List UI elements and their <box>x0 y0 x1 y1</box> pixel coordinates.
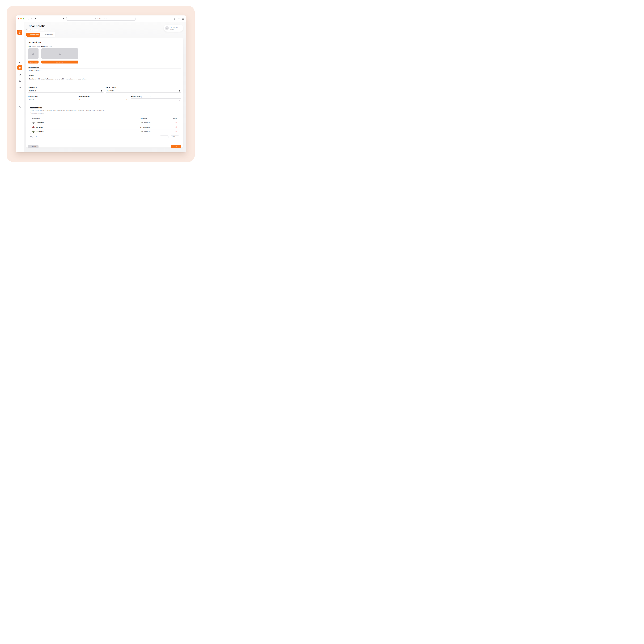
camera-icon <box>59 52 61 55</box>
new-tab-icon[interactable] <box>178 18 180 20</box>
upload-buttons-row: Upload Image Upload Image <box>28 61 181 63</box>
page-content: meshMe. <box>16 22 186 152</box>
section-title: Desafio Único <box>28 41 181 44</box>
moderators-table: Moderadores Adiciona em Ações Lucas Alve… <box>30 117 179 134</box>
delete-button[interactable] <box>175 126 177 128</box>
cancel-button[interactable]: Cancelar <box>28 145 39 148</box>
target-icon <box>19 66 21 69</box>
delete-button[interactable] <box>175 131 177 133</box>
nome-label: Nome do Desafio <box>28 66 181 68</box>
pagination: Página 1 de 1 ‹ Anterior Próximo › <box>30 135 179 138</box>
upload-capa-button[interactable]: Upload Image <box>41 61 78 63</box>
calendar-icon[interactable] <box>179 90 180 92</box>
traffic-light-minimize[interactable] <box>20 18 22 19</box>
trash-icon <box>175 122 177 124</box>
moderator-name: Ana Beatriz <box>36 126 43 128</box>
col-acoes: Ações <box>169 118 179 119</box>
search-input[interactable] <box>30 112 179 115</box>
sidebar-item-challenges[interactable] <box>17 65 22 70</box>
previous-page-button[interactable]: ‹ Anterior <box>160 135 169 138</box>
reload-icon[interactable] <box>133 18 134 19</box>
moderator-name: Lucas Alves <box>36 122 44 123</box>
avatar <box>165 26 169 30</box>
pagination-info: Página 1 de 1 <box>30 136 160 138</box>
screenshot-canvas: meshme.com.br meshMe. <box>0 0 201 168</box>
forward-icon[interactable] <box>39 18 41 20</box>
meta-label: Meta de Pontos <box>131 96 141 98</box>
challenge-form-card: Desafio Único Perfil (1080 X 1080) Capa … <box>26 38 183 147</box>
back-icon[interactable] <box>35 18 36 20</box>
share-icon[interactable] <box>174 18 176 20</box>
added-at: 12/04/25 às 15:52 <box>140 126 169 128</box>
perfil-image-placeholder[interactable] <box>28 48 39 59</box>
browser-window: meshme.com.br meshMe. <box>16 15 186 152</box>
user-badge[interactable]: Olá, MeshMe! #25556 <box>164 25 183 32</box>
next-page-button[interactable]: Próximo › <box>170 135 179 138</box>
app-sidebar: meshMe. <box>16 22 24 152</box>
meshme-logo[interactable]: meshMe. <box>17 30 22 35</box>
image-labels-row: Perfil (1080 X 1080) Capa (1080 X 240) <box>28 45 181 48</box>
data-inicio-value: 01/05/2023 <box>29 90 101 92</box>
url-bar[interactable]: meshme.com.br <box>66 17 135 21</box>
sidebar-item-users[interactable] <box>16 74 24 76</box>
lock-icon <box>95 18 96 19</box>
sidebar-item-logout[interactable] <box>16 106 24 108</box>
perfil-label: Perfil <box>28 46 31 47</box>
upload-perfil-button[interactable]: Upload Image <box>28 61 39 63</box>
data-termino-input[interactable]: 31/05/2023 <box>106 89 181 93</box>
sidebar-item-settings[interactable] <box>16 87 24 89</box>
moderator-name: Carlos Silva <box>36 131 44 132</box>
traffic-light-close[interactable] <box>18 18 19 19</box>
descricao-textarea[interactable]: Desafio mensal de atividades físicas par… <box>28 77 181 84</box>
chevron-down-icon <box>73 99 75 100</box>
data-inicio-input[interactable]: 01/05/2023 <box>28 89 104 93</box>
gear-icon <box>19 87 21 89</box>
sidebar-item-dashboard[interactable] <box>16 61 24 63</box>
users-icon <box>19 74 21 76</box>
form-actions: Cancelar Criar <box>28 145 181 148</box>
user-greeting: Olá, MeshMe! <box>170 27 178 28</box>
browser-toolbar: meshme.com.br <box>16 15 186 22</box>
meta-suffix: Pts <box>178 99 180 101</box>
image-placeholders-row <box>28 48 181 59</box>
calendar-icon[interactable] <box>101 90 103 92</box>
sidebar-item-company[interactable] <box>16 80 24 82</box>
capa-image-placeholder[interactable] <box>41 48 78 59</box>
tab-desafio-mensal[interactable]: Desafio Mensal <box>40 33 55 37</box>
data-inicio-label: Data de Início <box>28 87 104 88</box>
delete-button[interactable] <box>175 122 177 124</box>
logout-icon <box>19 106 21 108</box>
tipo-label: Tipo de Desafio <box>28 95 76 97</box>
descricao-label: Descrição <box>28 75 181 76</box>
privacy-shield-icon[interactable] <box>63 18 65 20</box>
table-row: Ana Beatriz 12/04/25 às 15:52 <box>30 125 179 129</box>
meta-input[interactable]: 10 Pts <box>131 98 181 102</box>
chevron-down-icon[interactable] <box>31 18 32 19</box>
page-title: Criar Desafio <box>29 24 45 28</box>
avatar <box>32 126 35 128</box>
tipo-select[interactable]: Duração <box>28 98 76 101</box>
page-subtitle: Preencha os campos abaixo <box>26 29 44 31</box>
tipo-value: Duração <box>29 99 73 100</box>
trash-icon <box>175 126 177 128</box>
nome-input[interactable]: Desafio de Maio 2023 <box>28 69 181 72</box>
traffic-light-maximize[interactable] <box>23 18 24 19</box>
briefcase-icon <box>19 80 21 82</box>
moderators-card: Moderadores Podem excluir publicações, a… <box>28 105 181 140</box>
pontos-suffix: Pts <box>126 99 128 100</box>
back-button[interactable] <box>26 25 28 27</box>
data-termino-label: Data de Término <box>106 87 181 88</box>
tab-overview-icon[interactable] <box>182 18 184 20</box>
capa-size-hint: (1080 X 240) <box>45 46 52 47</box>
sidebar-toggle-icon[interactable] <box>27 18 29 20</box>
data-termino-value: 31/05/2023 <box>107 90 179 92</box>
meta-hint: (por colaborador) <box>141 96 151 98</box>
user-id: #25556 <box>170 28 174 30</box>
tab-desafio-unico[interactable]: Desafio Único <box>26 33 40 37</box>
pontos-input[interactable]: 1 Pts <box>78 98 129 101</box>
added-at: 12/04/25 às 15:52 <box>140 122 169 123</box>
nome-value: Desafio de Maio 2023 <box>29 70 180 71</box>
dashboard-icon <box>19 61 21 63</box>
meta-value: 10 <box>132 99 178 101</box>
create-button[interactable]: Criar <box>171 145 181 148</box>
